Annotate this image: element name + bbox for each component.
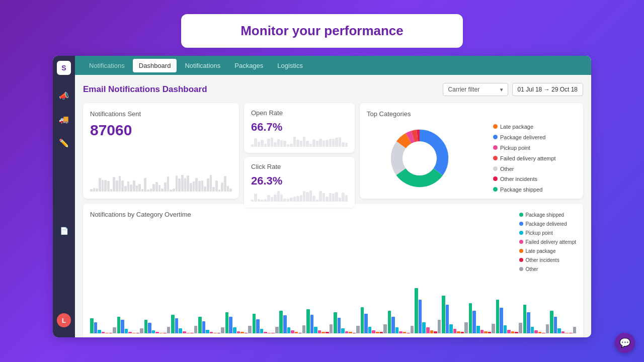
bar-segment xyxy=(121,320,124,333)
bar-segment xyxy=(237,331,240,334)
bar-segment xyxy=(407,333,410,334)
click-rate-card: Click Rate 26.3% xyxy=(244,157,355,208)
notifications-sent-mini-chart xyxy=(90,143,232,192)
categories-body: Late package Package delivered Pickup po… xyxy=(367,122,576,195)
bl-late: Late package xyxy=(519,247,576,256)
bar-segment xyxy=(523,305,527,333)
notifications-sent-label: Notifications Sent xyxy=(90,110,232,118)
bar-segment xyxy=(321,332,325,333)
user-avatar[interactable]: L xyxy=(57,313,71,327)
bar-segment xyxy=(496,300,500,334)
main-window: S 📣 🚚 ✏️ 📄 L Notifications Dashboard Not… xyxy=(53,56,591,337)
bar-group xyxy=(442,296,468,333)
sidebar-logo: S xyxy=(57,61,71,75)
legend-other: Other xyxy=(493,164,556,174)
bar-segment xyxy=(565,333,569,334)
bar-segment xyxy=(391,317,395,333)
bar-segment xyxy=(206,330,209,334)
cards-row: Notifications Sent 87060 Open Rate 66.7%… xyxy=(83,103,583,199)
bar-segment xyxy=(140,328,143,334)
bar-segment xyxy=(283,315,287,333)
bar-group xyxy=(523,305,549,333)
bar-segment xyxy=(361,307,364,334)
bar-segment xyxy=(356,326,360,333)
bar-segment xyxy=(453,329,457,333)
bottom-chart-card: Notifications by Category Overtime Packa… xyxy=(83,204,583,337)
bar-group xyxy=(117,317,143,333)
legend-pickup-point: Pickup point xyxy=(493,143,556,153)
bar-segment xyxy=(449,324,453,333)
bar-segment xyxy=(500,308,503,333)
legend-package-shipped: Package shipped xyxy=(493,185,556,195)
bar-segment xyxy=(353,333,356,334)
bar-segment xyxy=(383,324,387,333)
nav-item-logistics[interactable]: Logistics xyxy=(271,59,309,72)
nav-item-dashboard[interactable]: Dashboard xyxy=(133,59,177,72)
bar-segment xyxy=(492,324,495,334)
bar-segment xyxy=(194,326,198,333)
bar-group xyxy=(496,300,522,334)
docs-icon[interactable]: 📄 xyxy=(60,227,68,235)
bar-group xyxy=(388,311,414,333)
nav-item-notifications-breadcrumb[interactable]: Notifications xyxy=(83,59,131,72)
bar-group xyxy=(469,303,495,333)
bar-segment xyxy=(334,312,337,333)
bar-group xyxy=(144,320,171,333)
bar-segment xyxy=(507,330,511,334)
bar-chart xyxy=(90,278,576,333)
bar-segment xyxy=(287,327,291,333)
svg-point-7 xyxy=(403,141,437,175)
banner-title: Monitor your performance xyxy=(240,23,404,38)
click-rate-label: Click Rate xyxy=(251,163,348,170)
truck-icon[interactable]: 🚚 xyxy=(57,113,71,126)
bar-segment xyxy=(306,309,310,333)
bar-segment xyxy=(132,333,136,334)
bar-segment xyxy=(403,332,407,333)
bar-segment xyxy=(546,324,549,333)
bar-segment xyxy=(426,327,430,333)
bar-segment xyxy=(298,333,302,334)
bar-segment xyxy=(144,320,148,333)
carrier-filter-select[interactable]: Carrier filter xyxy=(443,83,508,96)
bar-group xyxy=(225,312,252,333)
chat-bubble[interactable]: 💬 xyxy=(615,333,635,353)
bar-segment xyxy=(464,322,468,334)
bar-segment xyxy=(438,320,441,333)
bar-group xyxy=(415,288,441,333)
bar-segment xyxy=(534,330,538,333)
bar-segment xyxy=(245,333,248,334)
bar-segment xyxy=(484,331,488,334)
top-banner: Monitor your performance xyxy=(181,14,463,48)
bar-segment xyxy=(326,332,329,333)
nav-item-packages[interactable]: Packages xyxy=(228,59,269,72)
bar-segment xyxy=(268,333,271,334)
legend-package-delivered: Package delivered xyxy=(493,132,556,143)
bar-segment xyxy=(430,330,434,333)
nav-item-notifications[interactable]: Notifications xyxy=(179,59,226,72)
bar-segment xyxy=(349,332,352,333)
bar-segment xyxy=(291,330,294,333)
bar-segment xyxy=(561,331,565,334)
bar-segment xyxy=(554,317,557,333)
bar-segment xyxy=(248,326,252,333)
bar-segment xyxy=(113,327,116,333)
bar-segment xyxy=(395,327,399,333)
bar-segment xyxy=(225,312,229,333)
bar-segment xyxy=(472,311,476,333)
megaphone-icon[interactable]: 📣 xyxy=(57,89,71,103)
edit-icon[interactable]: ✏️ xyxy=(57,136,71,150)
bl-shipped: Package shipped xyxy=(519,211,576,220)
legend-other-incidents: Other incidents xyxy=(493,174,556,185)
bar-segment xyxy=(569,333,573,334)
bar-segment xyxy=(399,331,403,334)
bar-segment xyxy=(163,333,167,334)
open-rate-value: 66.7% xyxy=(251,121,348,134)
categories-legend: Late package Package delivered Pickup po… xyxy=(493,122,556,195)
bar-segment xyxy=(511,331,515,334)
bar-segment xyxy=(271,333,275,334)
bar-segment xyxy=(314,327,317,334)
bar-segment xyxy=(372,330,375,333)
bar-segment xyxy=(442,296,445,333)
navbar: Notifications Dashboard Notifications Pa… xyxy=(75,56,591,75)
bl-other-incidents: Other incidents xyxy=(519,256,576,265)
